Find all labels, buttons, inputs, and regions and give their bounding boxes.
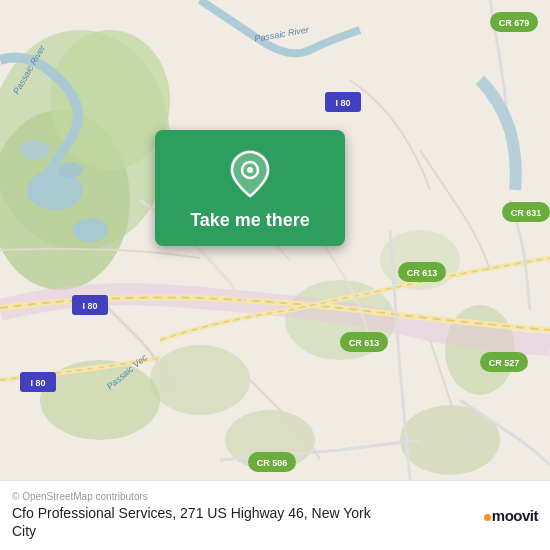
address-text: Cfo Professional Services, 271 US Highwa… <box>12 504 371 540</box>
map-attribution: © OpenStreetMap contributors <box>12 491 371 502</box>
svg-point-25 <box>247 167 253 173</box>
cr613-label-right: CR 613 <box>407 268 438 278</box>
address-line1: Cfo Professional Services, 271 US Highwa… <box>12 505 371 521</box>
svg-point-7 <box>58 162 82 178</box>
i80-label-left: I 80 <box>82 301 97 311</box>
i80-label-top: I 80 <box>335 98 350 108</box>
cr527-label: CR 527 <box>489 358 520 368</box>
moovit-logo: moovit <box>478 507 538 524</box>
pin-icon-wrapper <box>224 148 276 200</box>
cr631-label: CR 631 <box>511 208 542 218</box>
svg-point-5 <box>72 218 108 242</box>
cta-label: Take me there <box>190 210 310 232</box>
cta-card[interactable]: Take me there <box>155 130 345 246</box>
cr506-label: CR 506 <box>257 458 288 468</box>
i80-label-bottom: I 80 <box>30 378 45 388</box>
map-container: I 80 I 80 I 80 CR 679 CR 613 CR 613 CR 6… <box>0 0 550 480</box>
info-bar: © OpenStreetMap contributors Cfo Profess… <box>0 480 550 550</box>
cr679-label: CR 679 <box>499 18 530 28</box>
moovit-wordmark: moovit <box>484 507 538 524</box>
address-line2: City <box>12 523 36 539</box>
moovit-dot <box>484 514 491 521</box>
address-block: © OpenStreetMap contributors Cfo Profess… <box>12 491 371 540</box>
location-pin-icon <box>228 148 272 200</box>
svg-point-6 <box>20 140 50 160</box>
cr613-label-2: CR 613 <box>349 338 380 348</box>
